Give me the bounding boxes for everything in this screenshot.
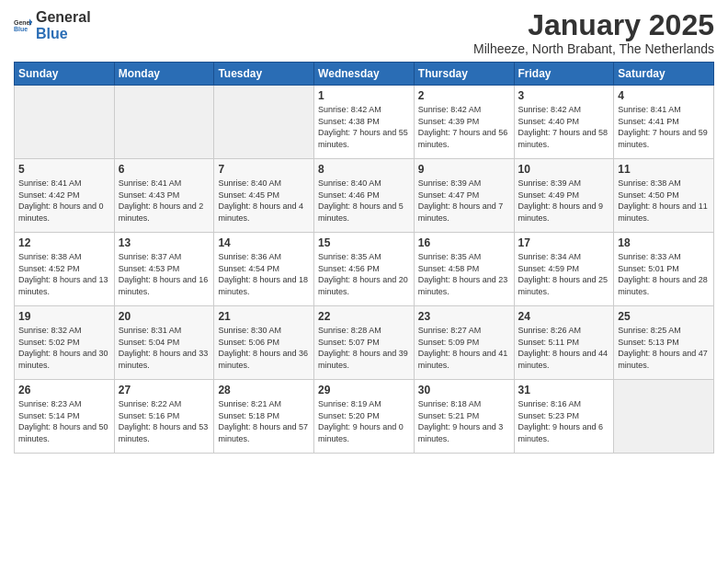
sunrise-text: Sunrise: 8:41 AM xyxy=(618,105,681,114)
weekday-header: Tuesday xyxy=(214,63,314,86)
calendar-cell: 6 Sunrise: 8:41 AM Sunset: 4:43 PM Dayli… xyxy=(114,159,214,233)
daylight-text: Daylight: 8 hours and 25 minutes. xyxy=(518,275,609,296)
day-info: Sunrise: 8:41 AM Sunset: 4:43 PM Dayligh… xyxy=(119,178,210,224)
day-number: 7 xyxy=(218,163,310,176)
weekday-header: Friday xyxy=(514,63,614,86)
sunrise-text: Sunrise: 8:42 AM xyxy=(518,105,582,114)
day-info: Sunrise: 8:40 AM Sunset: 4:45 PM Dayligh… xyxy=(218,178,310,224)
calendar-cell: 11 Sunrise: 8:38 AM Sunset: 4:50 PM Dayl… xyxy=(614,159,714,233)
daylight-text: Daylight: 8 hours and 2 minutes. xyxy=(119,201,204,223)
day-info: Sunrise: 8:28 AM Sunset: 5:07 PM Dayligh… xyxy=(318,325,410,371)
day-info: Sunrise: 8:41 AM Sunset: 4:42 PM Dayligh… xyxy=(18,178,110,224)
day-info: Sunrise: 8:35 AM Sunset: 4:56 PM Dayligh… xyxy=(318,251,410,297)
calendar-cell: 27 Sunrise: 8:22 AM Sunset: 5:16 PM Dayl… xyxy=(114,380,214,454)
day-info: Sunrise: 8:37 AM Sunset: 4:53 PM Dayligh… xyxy=(119,251,210,297)
sunset-text: Sunset: 5:14 PM xyxy=(18,411,80,420)
calendar-cell: 12 Sunrise: 8:38 AM Sunset: 4:52 PM Dayl… xyxy=(15,233,115,306)
calendar-week-row: 12 Sunrise: 8:38 AM Sunset: 4:52 PM Dayl… xyxy=(15,233,714,306)
calendar-cell: 23 Sunrise: 8:27 AM Sunset: 5:09 PM Dayl… xyxy=(414,306,514,380)
sunset-text: Sunset: 4:52 PM xyxy=(18,264,80,273)
daylight-text: Daylight: 9 hours and 3 minutes. xyxy=(418,422,504,443)
logo-general: General xyxy=(36,9,91,26)
calendar-cell: 20 Sunrise: 8:31 AM Sunset: 5:04 PM Dayl… xyxy=(114,306,214,380)
daylight-text: Daylight: 8 hours and 41 minutes. xyxy=(418,349,508,370)
sunrise-text: Sunrise: 8:22 AM xyxy=(119,399,182,408)
daylight-text: Daylight: 8 hours and 18 minutes. xyxy=(218,275,308,296)
sunset-text: Sunset: 4:56 PM xyxy=(318,264,380,273)
logo-blue: Blue xyxy=(36,26,91,42)
calendar-cell: 19 Sunrise: 8:32 AM Sunset: 5:02 PM Dayl… xyxy=(15,306,115,380)
sunset-text: Sunset: 4:46 PM xyxy=(318,190,380,200)
day-number: 28 xyxy=(218,384,310,396)
sunset-text: Sunset: 5:13 PM xyxy=(618,338,679,347)
weekday-header: Sunday xyxy=(15,63,115,86)
daylight-text: Daylight: 8 hours and 11 minutes. xyxy=(618,201,708,223)
sunrise-text: Sunrise: 8:41 AM xyxy=(18,178,82,188)
sunrise-text: Sunrise: 8:35 AM xyxy=(418,252,482,261)
day-number: 11 xyxy=(618,163,710,176)
sunrise-text: Sunrise: 8:16 AM xyxy=(518,399,582,408)
calendar-cell: 26 Sunrise: 8:23 AM Sunset: 5:14 PM Dayl… xyxy=(15,380,115,454)
day-info: Sunrise: 8:19 AM Sunset: 5:20 PM Dayligh… xyxy=(318,398,410,444)
sunset-text: Sunset: 4:43 PM xyxy=(119,190,180,200)
day-number: 19 xyxy=(18,310,110,323)
sunset-text: Sunset: 5:18 PM xyxy=(218,411,279,420)
calendar-cell: 8 Sunrise: 8:40 AM Sunset: 4:46 PM Dayli… xyxy=(314,159,415,233)
logo: General Blue General Blue xyxy=(14,9,91,41)
calendar-week-row: 5 Sunrise: 8:41 AM Sunset: 4:42 PM Dayli… xyxy=(15,159,714,233)
day-info: Sunrise: 8:35 AM Sunset: 4:58 PM Dayligh… xyxy=(418,251,510,297)
sunset-text: Sunset: 4:38 PM xyxy=(318,117,380,126)
sunset-text: Sunset: 4:45 PM xyxy=(218,190,279,200)
weekday-header: Saturday xyxy=(614,63,714,86)
day-info: Sunrise: 8:36 AM Sunset: 4:54 PM Dayligh… xyxy=(218,251,310,297)
sunrise-text: Sunrise: 8:42 AM xyxy=(418,105,482,114)
calendar-cell xyxy=(214,86,314,159)
sunset-text: Sunset: 4:40 PM xyxy=(518,117,580,126)
day-info: Sunrise: 8:33 AM Sunset: 5:01 PM Dayligh… xyxy=(618,251,710,297)
day-number: 8 xyxy=(318,163,410,176)
day-number: 24 xyxy=(518,310,610,323)
sunrise-text: Sunrise: 8:27 AM xyxy=(418,326,482,335)
day-number: 25 xyxy=(618,310,710,323)
daylight-text: Daylight: 9 hours and 0 minutes. xyxy=(318,422,404,443)
daylight-text: Daylight: 8 hours and 50 minutes. xyxy=(18,422,108,443)
day-number: 13 xyxy=(119,236,210,249)
header-row: General Blue General Blue January 2025 M… xyxy=(14,9,714,56)
calendar-cell xyxy=(114,86,214,159)
sunset-text: Sunset: 5:04 PM xyxy=(119,338,180,347)
sunrise-text: Sunrise: 8:41 AM xyxy=(119,178,182,188)
day-number: 5 xyxy=(18,163,110,176)
calendar-cell: 2 Sunrise: 8:42 AM Sunset: 4:39 PM Dayli… xyxy=(414,86,514,159)
sunset-text: Sunset: 4:59 PM xyxy=(518,264,580,273)
sunset-text: Sunset: 4:53 PM xyxy=(119,264,180,273)
daylight-text: Daylight: 8 hours and 16 minutes. xyxy=(119,275,209,296)
daylight-text: Daylight: 8 hours and 57 minutes. xyxy=(218,422,308,443)
sunrise-text: Sunrise: 8:30 AM xyxy=(218,326,281,335)
sunset-text: Sunset: 5:21 PM xyxy=(418,411,480,420)
sunrise-text: Sunrise: 8:36 AM xyxy=(218,252,281,261)
day-info: Sunrise: 8:42 AM Sunset: 4:38 PM Dayligh… xyxy=(318,104,410,150)
calendar-week-row: 1 Sunrise: 8:42 AM Sunset: 4:38 PM Dayli… xyxy=(15,86,714,159)
sunrise-text: Sunrise: 8:28 AM xyxy=(318,326,381,335)
day-number: 26 xyxy=(18,384,110,396)
page-container: General Blue General Blue January 2025 M… xyxy=(0,0,728,467)
daylight-text: Daylight: 8 hours and 39 minutes. xyxy=(318,349,408,370)
calendar-cell: 29 Sunrise: 8:19 AM Sunset: 5:20 PM Dayl… xyxy=(314,380,415,454)
sunset-text: Sunset: 5:01 PM xyxy=(618,264,679,273)
daylight-text: Daylight: 8 hours and 20 minutes. xyxy=(318,275,408,296)
sunrise-text: Sunrise: 8:18 AM xyxy=(418,399,482,408)
daylight-text: Daylight: 9 hours and 6 minutes. xyxy=(518,422,604,443)
daylight-text: Daylight: 8 hours and 33 minutes. xyxy=(119,349,209,370)
calendar-cell xyxy=(15,86,115,159)
sunset-text: Sunset: 4:39 PM xyxy=(418,117,480,126)
calendar-cell: 22 Sunrise: 8:28 AM Sunset: 5:07 PM Dayl… xyxy=(314,306,415,380)
calendar-cell: 3 Sunrise: 8:42 AM Sunset: 4:40 PM Dayli… xyxy=(514,86,614,159)
sunset-text: Sunset: 4:49 PM xyxy=(518,190,580,200)
sunrise-text: Sunrise: 8:33 AM xyxy=(618,252,681,261)
day-info: Sunrise: 8:32 AM Sunset: 5:02 PM Dayligh… xyxy=(18,325,110,371)
daylight-text: Daylight: 7 hours and 59 minutes. xyxy=(618,128,708,149)
sunset-text: Sunset: 5:11 PM xyxy=(518,338,580,347)
day-number: 22 xyxy=(318,310,410,323)
calendar-cell: 9 Sunrise: 8:39 AM Sunset: 4:47 PM Dayli… xyxy=(414,159,514,233)
calendar-cell: 15 Sunrise: 8:35 AM Sunset: 4:56 PM Dayl… xyxy=(314,233,415,306)
